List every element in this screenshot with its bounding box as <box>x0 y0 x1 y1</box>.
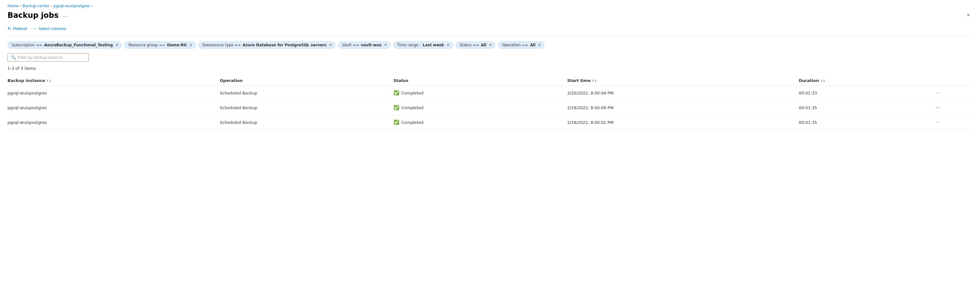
sort-icon-instance: ↑↓ <box>46 79 51 83</box>
filter-chip-datasource_type: Datasource type == Azure Database for Po… <box>198 41 336 49</box>
filter-chip-time_range: Time range : Last week✕ <box>393 41 453 49</box>
backup-jobs-table: Backup instance↑↓OperationStatusStart ti… <box>8 76 972 130</box>
filter-remove-vault[interactable]: ✕ <box>384 43 387 47</box>
col-header-operation: Operation <box>220 76 393 86</box>
status-text: Completed <box>401 105 423 110</box>
status-text: Completed <box>401 120 423 125</box>
cell-status: ✅Completed <box>393 115 567 130</box>
refresh-icon: ↻ <box>8 26 11 31</box>
col-header-instance[interactable]: Backup instance↑↓ <box>8 76 220 86</box>
row-menu-button[interactable]: ··· <box>934 104 942 111</box>
cell-duration: 00:01:33 <box>799 86 934 101</box>
breadcrumb-home[interactable]: Home <box>8 4 18 8</box>
search-icon: 🔍 <box>11 55 16 60</box>
item-count: 1-3 of 3 items <box>8 66 972 71</box>
filter-value-datasource_type: Azure Database for PostgreSQL servers <box>243 43 326 47</box>
select-columns-icon: → <box>32 26 37 31</box>
cell-instance: pgsql-wus\postgres <box>8 86 220 101</box>
cell-start_time: 2/18/2022, 8:00:01 PM <box>567 115 799 130</box>
cell-duration: 00:01:35 <box>799 115 934 130</box>
completed-icon: ✅ <box>393 105 399 110</box>
table-body: pgsql-wus\postgresScheduled Backup✅Compl… <box>8 86 972 130</box>
filter-chip-operation: Operation == All✕ <box>498 41 544 49</box>
filters-row: Subscription == AzureBackup_Functional_T… <box>8 41 972 49</box>
cell-instance: pgsql-wus\postgres <box>8 115 220 130</box>
close-button[interactable]: × <box>964 11 972 20</box>
toolbar: ↻ Refresh → Select columns <box>8 25 972 32</box>
search-box: 🔍 <box>8 53 89 62</box>
col-header-status: Status <box>393 76 567 86</box>
completed-icon: ✅ <box>393 120 399 125</box>
filter-value-resource_group: Demo-RG <box>167 43 187 47</box>
table-header-row: Backup instance↑↓OperationStatusStart ti… <box>8 76 972 86</box>
filter-value-operation: All <box>530 43 536 47</box>
col-label-duration: Duration <box>799 78 819 83</box>
filter-remove-datasource_type[interactable]: ✕ <box>329 43 332 47</box>
filter-value-status: All <box>481 43 487 47</box>
breadcrumb: Home › Backup center › pgsql-wus\postgre… <box>8 4 972 8</box>
completed-icon: ✅ <box>393 90 399 96</box>
filter-label-vault: Vault == <box>342 43 359 47</box>
filter-label-datasource_type: Datasource type == <box>202 43 241 47</box>
filter-remove-operation[interactable]: ✕ <box>538 43 541 47</box>
breadcrumb-backup-center[interactable]: Backup center <box>22 4 49 8</box>
status-completed: ✅Completed <box>393 120 563 125</box>
cell-instance: pgsql-wus\postgres <box>8 101 220 115</box>
filter-chip-subscription: Subscription == AzureBackup_Functional_T… <box>8 41 122 49</box>
table-row: pgsql-wus\postgresScheduled Backup✅Compl… <box>8 115 972 130</box>
cell-status: ✅Completed <box>393 86 567 101</box>
more-options-button[interactable]: ... <box>61 11 69 19</box>
cell-start_time: 2/20/2022, 8:00:04 PM <box>567 86 799 101</box>
filter-label-status: Status == <box>460 43 479 47</box>
status-text: Completed <box>401 91 423 96</box>
cell-duration: 00:01:35 <box>799 101 934 115</box>
page-header: Backup jobs ... × <box>8 11 972 20</box>
table-row: pgsql-wus\postgresScheduled Backup✅Compl… <box>8 86 972 101</box>
page-title: Backup jobs <box>8 11 59 20</box>
cell-actions[interactable]: ··· <box>934 86 972 101</box>
cell-actions[interactable]: ··· <box>934 101 972 115</box>
status-completed: ✅Completed <box>393 90 563 96</box>
col-label-status: Status <box>393 78 409 83</box>
sort-icon-duration: ↑↓ <box>820 79 826 83</box>
filter-remove-resource_group[interactable]: ✕ <box>189 43 192 47</box>
filter-label-resource_group: Resource group == <box>128 43 165 47</box>
filter-label-operation: Operation == <box>502 43 528 47</box>
col-label-start_time: Start time <box>567 78 590 83</box>
refresh-button[interactable]: ↻ Refresh <box>8 25 27 32</box>
breadcrumb-instance[interactable]: pgsql-wus\postgres <box>53 4 90 8</box>
filter-chip-vault: Vault == vault-wus✕ <box>338 41 390 49</box>
filter-label-time_range: Time range : <box>397 43 421 47</box>
col-header-start_time[interactable]: Start time↑↓ <box>567 76 799 86</box>
cell-operation: Scheduled Backup <box>220 115 393 130</box>
filter-remove-time_range[interactable]: ✕ <box>447 43 450 47</box>
search-input[interactable] <box>18 55 85 60</box>
col-label-instance: Backup instance <box>8 78 45 83</box>
cell-operation: Scheduled Backup <box>220 101 393 115</box>
col-header-duration[interactable]: Duration↑↓ <box>799 76 934 86</box>
row-menu-button[interactable]: ··· <box>934 89 942 96</box>
filter-chip-status: Status == All✕ <box>456 41 496 49</box>
col-label-operation: Operation <box>220 78 243 83</box>
cell-operation: Scheduled Backup <box>220 86 393 101</box>
sort-icon-start_time: ↑↓ <box>592 79 597 83</box>
cell-status: ✅Completed <box>393 101 567 115</box>
cell-start_time: 2/19/2022, 8:00:09 PM <box>567 101 799 115</box>
table-row: pgsql-wus\postgresScheduled Backup✅Compl… <box>8 101 972 115</box>
col-header-actions <box>934 76 972 86</box>
page-title-row: Backup jobs ... <box>8 11 70 20</box>
cell-actions[interactable]: ··· <box>934 115 972 130</box>
filter-label-subscription: Subscription == <box>11 43 42 47</box>
filter-chip-resource_group: Resource group == Demo-RG✕ <box>124 41 196 49</box>
filter-value-subscription: AzureBackup_Functional_Testing <box>44 43 113 47</box>
select-columns-button[interactable]: → Select columns <box>32 25 66 32</box>
row-menu-button[interactable]: ··· <box>934 119 942 126</box>
filter-remove-status[interactable]: ✕ <box>489 43 492 47</box>
filter-value-time_range: Last week <box>423 43 444 47</box>
filter-value-vault: vault-wus <box>361 43 381 47</box>
filter-remove-subscription[interactable]: ✕ <box>115 43 118 47</box>
status-completed: ✅Completed <box>393 105 563 110</box>
toolbar-divider <box>8 37 972 37</box>
